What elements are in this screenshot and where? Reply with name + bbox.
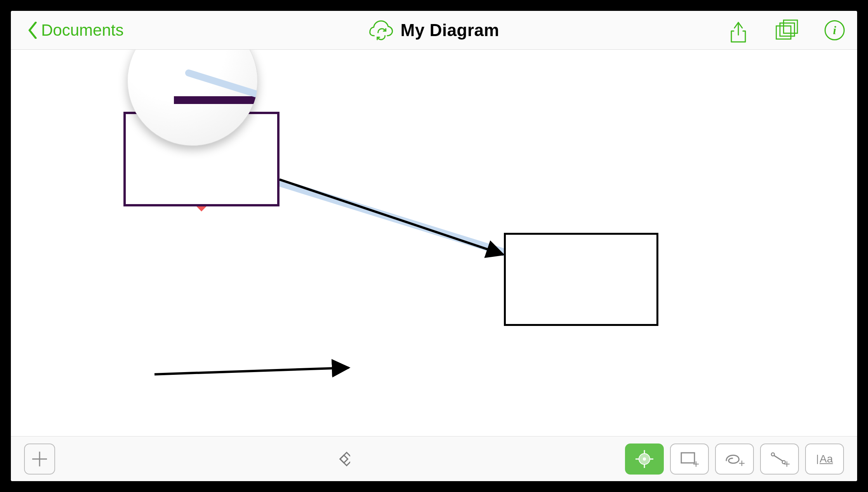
info-icon[interactable]: i [825,20,845,40]
chevron-left-icon [27,22,38,39]
inspector-icon[interactable] [330,449,350,469]
tool-point[interactable] [625,443,664,475]
canvas-overlay [11,50,857,436]
page-title: My Diagram [401,21,499,40]
top-toolbar: Documents My Diagram [11,11,857,50]
crosshair-icon [635,450,653,468]
app-frame: Documents My Diagram [11,11,857,481]
tool-freehand[interactable] [715,443,754,475]
svg-rect-17 [681,453,694,463]
cloud-sync-icon[interactable] [369,20,394,40]
svg-line-24 [774,456,783,461]
svg-rect-9 [340,452,350,466]
tool-line[interactable] [760,443,799,475]
bottom-toolbar: | Aa [11,436,857,481]
tool-text[interactable]: | Aa [805,443,844,475]
svg-point-12 [643,457,646,461]
shape-rect-target[interactable] [504,233,658,326]
shape-rect-selected[interactable] [123,112,279,206]
text-tool-icon: | Aa [816,453,833,465]
canvas[interactable] [11,50,857,436]
tool-rect[interactable] [670,443,709,475]
rect-tool-icon [680,450,699,468]
svg-rect-2 [780,23,795,36]
svg-point-23 [782,461,785,464]
title-group: My Diagram [369,20,499,40]
free-arrow[interactable] [155,368,349,374]
connected-arrow[interactable] [279,180,503,255]
freehand-tool-icon [724,451,745,467]
canvases-icon[interactable] [775,19,798,41]
line-tool-icon [769,450,790,468]
share-icon[interactable] [728,20,748,40]
back-button[interactable]: Documents [27,21,123,40]
top-right-actions: i [728,19,845,41]
svg-point-22 [771,453,774,456]
back-label: Documents [41,21,123,40]
svg-rect-10 [340,455,348,463]
add-button[interactable] [24,443,55,475]
plus-icon [31,450,49,468]
drawing-tools: | Aa [625,443,844,475]
